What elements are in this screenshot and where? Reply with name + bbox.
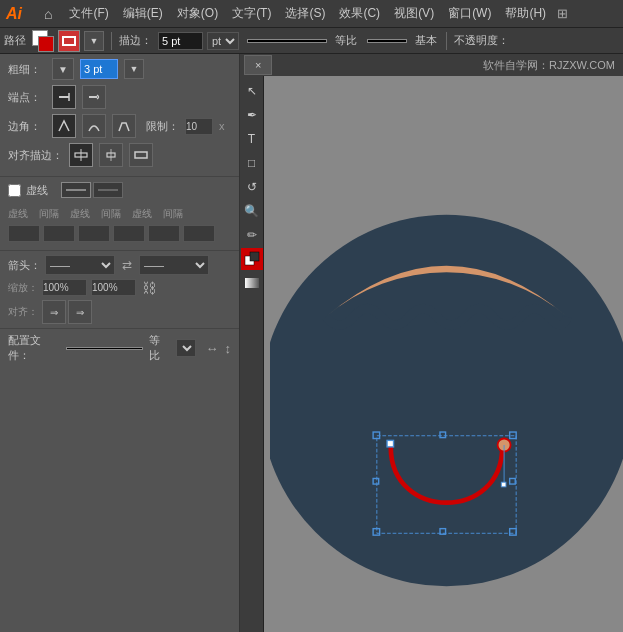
weight-section: 粗细： ▼ ▼ 端点： 边角： <box>0 54 239 177</box>
opacity-label: 不透明度： <box>454 33 509 48</box>
tool-type[interactable]: T <box>241 128 263 150</box>
menu-effect[interactable]: 效果(C) <box>332 0 387 28</box>
toolbar: 路径 ▼ 描边： pt 等比 基本 不透明度： <box>0 28 623 54</box>
tool-pen[interactable]: ✒ <box>241 104 263 126</box>
path-label: 路径 <box>4 33 26 48</box>
menu-window[interactable]: 窗口(W) <box>441 0 498 28</box>
round-join-btn[interactable] <box>82 114 106 138</box>
dh2: 虚线 <box>70 207 98 221</box>
drawing-canvas: ↖ ✒ T □ ↺ 🔍 ✏ <box>240 76 623 632</box>
scale-start-input[interactable] <box>42 279 87 296</box>
stroke-type-dropdown[interactable]: ▼ <box>84 31 104 51</box>
tool-shape[interactable]: □ <box>241 152 263 174</box>
profile-dropdown[interactable]: ▼ <box>176 339 196 357</box>
align-row: 对齐描边： <box>8 143 231 167</box>
arrow-row: 箭头： —— ⇄ —— <box>8 255 231 275</box>
stroke-panel: 粗细： ▼ ▼ 端点： 边角： <box>0 54 240 632</box>
profile-reset-btn[interactable]: ↕ <box>225 341 232 356</box>
app-logo: Ai <box>6 5 36 23</box>
gap-2[interactable] <box>113 225 145 242</box>
tool-rotate[interactable]: ↺ <box>241 176 263 198</box>
svg-rect-0 <box>59 96 69 98</box>
link-scale-btn[interactable]: ⛓ <box>142 280 156 296</box>
profile-preview <box>66 347 142 350</box>
limit-input[interactable] <box>185 118 213 135</box>
dash-checkbox-row: 虚线 <box>0 177 239 203</box>
dh3: 间隔 <box>101 207 129 221</box>
art-container <box>270 76 623 632</box>
svg-rect-10 <box>245 278 259 288</box>
dash-3[interactable] <box>148 225 180 242</box>
weight-down-btn[interactable]: ▼ <box>52 58 74 80</box>
stroke-preview <box>247 39 327 43</box>
arrow-align-2[interactable]: ⇒ <box>68 300 92 324</box>
artwork-svg <box>270 76 623 632</box>
bevel-join-btn[interactable] <box>112 114 136 138</box>
arrow-swap-btn[interactable]: ⇄ <box>119 257 135 273</box>
scale-label: 缩放： <box>8 281 38 295</box>
butt-cap-btn[interactable] <box>52 85 76 109</box>
home-icon[interactable]: ⌂ <box>44 6 52 22</box>
profile-flip-btn[interactable]: ↔ <box>206 341 219 356</box>
canvas-tab[interactable]: × <box>244 55 272 75</box>
dash-inputs-row <box>8 225 231 242</box>
stroke-width-input[interactable] <box>158 32 203 50</box>
dh4: 虚线 <box>132 207 160 221</box>
arrow-align-1[interactable]: ⇒ <box>42 300 66 324</box>
tools-sidebar: ↖ ✒ T □ ↺ 🔍 ✏ <box>240 76 264 632</box>
dh0: 虚线 <box>8 207 36 221</box>
endpoint-label: 端点： <box>8 90 46 105</box>
menu-help[interactable]: 帮助(H) <box>498 0 553 28</box>
menu-select[interactable]: 选择(S) <box>278 0 332 28</box>
gap-3[interactable] <box>183 225 215 242</box>
dash-1[interactable] <box>8 225 40 242</box>
tool-gradient[interactable] <box>241 272 263 294</box>
tool-zoom[interactable]: 🔍 <box>241 200 263 222</box>
stroke-profile-preview <box>367 39 407 43</box>
equal-label: 等比 <box>335 33 357 48</box>
align-center-btn[interactable] <box>69 143 93 167</box>
tool-color-swap[interactable] <box>241 248 263 270</box>
align-outside-btn[interactable] <box>129 143 153 167</box>
menu-view[interactable]: 视图(V) <box>387 0 441 28</box>
align-inside-btn[interactable] <box>99 143 123 167</box>
endpoint-row: 端点： <box>8 85 231 109</box>
arrow-start-select[interactable]: —— <box>45 255 115 275</box>
weight-input[interactable] <box>80 59 118 79</box>
menu-text[interactable]: 文字(T) <box>225 0 278 28</box>
stroke-label: 描边： <box>119 33 152 48</box>
scale-end-input[interactable] <box>91 279 136 296</box>
align-arrow-label: 对齐： <box>8 305 38 319</box>
profile-section: 配置文件： 等比 ▼ ↔ ↕ <box>0 329 239 367</box>
arrow-label: 箭头： <box>8 258 41 273</box>
menu-edit[interactable]: 编辑(E) <box>116 0 170 28</box>
round-cap-btn[interactable] <box>82 85 106 109</box>
svg-rect-7 <box>135 152 147 158</box>
tool-select[interactable]: ↖ <box>241 80 263 102</box>
dash-preset-2[interactable] <box>93 182 123 198</box>
svg-rect-2 <box>89 96 97 98</box>
stroke-unit-select[interactable]: pt <box>207 32 239 50</box>
dash-section: 虚线 间隔 虚线 间隔 虚线 间隔 <box>0 203 239 251</box>
menu-file[interactable]: 文件(F) <box>62 0 115 28</box>
menu-object[interactable]: 对象(O) <box>170 0 225 28</box>
gap-1[interactable] <box>43 225 75 242</box>
weight-label: 粗细： <box>8 62 46 77</box>
weight-unit-dropdown[interactable]: ▼ <box>124 59 144 79</box>
svg-rect-22 <box>387 440 394 447</box>
svg-rect-24 <box>501 482 506 487</box>
miter-join-btn[interactable] <box>52 114 76 138</box>
svg-rect-9 <box>250 252 259 261</box>
stroke-type-btn[interactable] <box>58 30 80 52</box>
stroke-color-swatch[interactable] <box>32 30 54 52</box>
dash-preset-1[interactable] <box>61 182 91 198</box>
dash-2[interactable] <box>78 225 110 242</box>
grid-icon: ⊞ <box>557 6 568 21</box>
corner-label: 边角： <box>8 119 46 134</box>
dash-checkbox[interactable] <box>8 184 21 197</box>
sep1 <box>111 32 112 50</box>
arrow-end-select[interactable]: —— <box>139 255 209 275</box>
tab-close[interactable]: × <box>255 59 261 71</box>
canvas-area: × 软件自学网：RJZXW.COM ↖ ✒ T □ ↺ 🔍 ✏ <box>240 54 623 632</box>
tool-eyedropper[interactable]: ✏ <box>241 224 263 246</box>
